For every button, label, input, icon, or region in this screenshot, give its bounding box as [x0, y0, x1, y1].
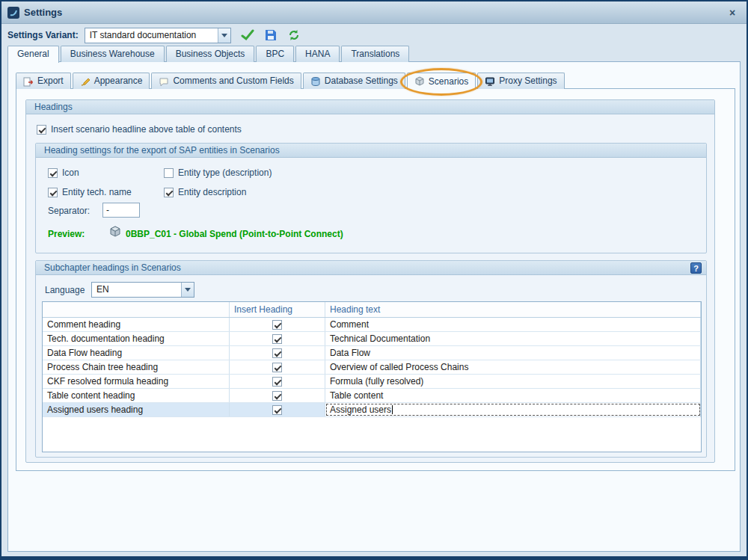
tab-hana[interactable]: HANA: [295, 46, 340, 62]
language-dropdown[interactable]: EN: [91, 282, 194, 298]
preview-text: 0BBP_C01 - Global Spend (Point-to-Point …: [126, 229, 343, 239]
preview-label: Preview:: [48, 229, 85, 239]
row-insert-checkbox[interactable]: [272, 348, 282, 358]
variant-dropdown[interactable]: IT standard documentation: [85, 28, 231, 43]
tab-export-label: Export: [37, 73, 64, 89]
settings-dialog: Settings × Settings Variant: IT standard…: [0, 0, 748, 560]
row-text-cell[interactable]: Table content: [325, 389, 701, 402]
monitor-icon: [485, 76, 495, 87]
entity-tech-name-label: Entity tech. name: [62, 187, 132, 197]
sub-tab-strip: Export Appearance Comments and Custom Fi…: [16, 73, 566, 90]
row-text-cell[interactable]: Technical Documentation: [325, 332, 701, 345]
entity-description-label: Entity description: [178, 187, 246, 197]
row-insert-checkbox[interactable]: [272, 377, 282, 387]
row-insert-checkbox[interactable]: [272, 405, 282, 415]
tab-comments-label: Comments and Custom Fields: [173, 73, 293, 89]
row-text-cell[interactable]: Assigned users: [325, 403, 701, 416]
tab-proxy-label: Proxy Settings: [499, 73, 557, 89]
row-name-cell[interactable]: Data Flow heading: [43, 346, 230, 360]
table-body: Comment heading Comment Tech. documentat…: [43, 318, 701, 452]
tab-business-objects[interactable]: Business Objects: [166, 46, 255, 62]
entity-type-checkbox[interactable]: [164, 168, 174, 178]
table-row[interactable]: Process Chain tree heading Overview of c…: [43, 360, 701, 375]
table-row[interactable]: Comment heading Comment: [43, 318, 701, 332]
heading-settings-title: Heading settings for the export of SAP e…: [36, 144, 706, 158]
entity-tech-name-checkbox[interactable]: [48, 188, 58, 197]
tab-appearance-label: Appearance: [94, 73, 143, 89]
header-blank: [43, 302, 230, 317]
database-icon: [310, 76, 321, 87]
tab-general[interactable]: General: [7, 46, 59, 63]
insert-headline-option[interactable]: Insert scenario headline above table of …: [37, 124, 242, 135]
tab-export[interactable]: Export: [16, 73, 71, 89]
close-icon[interactable]: ×: [726, 6, 739, 19]
row-insert-cell[interactable]: [230, 360, 325, 374]
row-name-cell[interactable]: Comment heading: [43, 318, 230, 331]
tab-proxy-settings[interactable]: Proxy Settings: [477, 73, 564, 89]
entity-description-option[interactable]: Entity description: [164, 187, 246, 197]
separator-label: Separator:: [48, 206, 90, 216]
main-tab-strip: General Business Warehouse Business Obje…: [7, 46, 411, 63]
headings-group: Headings Insert scenario headline above …: [25, 99, 715, 463]
row-name-cell[interactable]: Assigned users heading: [43, 403, 230, 416]
row-insert-cell[interactable]: [230, 375, 325, 388]
row-name-cell[interactable]: Table content heading: [43, 389, 230, 402]
row-name-cell[interactable]: CKF resolved formula heading: [43, 375, 230, 388]
language-label: Language: [45, 285, 85, 295]
language-value: EN: [92, 283, 181, 297]
row-insert-cell[interactable]: [230, 389, 325, 402]
app-logo-icon: [7, 7, 19, 19]
tab-scenarios[interactable]: Scenarios: [407, 73, 476, 90]
confirm-button[interactable]: [241, 28, 254, 42]
row-insert-cell[interactable]: [230, 403, 325, 416]
refresh-button[interactable]: [287, 28, 301, 42]
table-row[interactable]: Table content heading Table content: [43, 389, 701, 403]
row-insert-checkbox[interactable]: [272, 320, 282, 330]
entity-tech-name-option[interactable]: Entity tech. name: [48, 187, 132, 197]
row-name-cell[interactable]: Tech. documentation heading: [43, 332, 230, 345]
general-tab-page: Export Appearance Comments and Custom Fi…: [7, 61, 741, 552]
scenarios-icon: [414, 76, 425, 87]
row-text-cell[interactable]: Overview of called Process Chains: [325, 360, 701, 374]
heading-settings-group: Heading settings for the export of SAP e…: [35, 143, 707, 253]
tab-appearance[interactable]: Appearance: [73, 73, 150, 89]
separator-input[interactable]: [102, 203, 140, 218]
table-row[interactable]: Tech. documentation heading Technical Do…: [43, 332, 701, 346]
paintbrush-icon: [80, 76, 91, 87]
comment-bubble-icon: [159, 76, 169, 87]
table-row[interactable]: CKF resolved formula heading Formula (fu…: [43, 375, 701, 389]
row-name-cell[interactable]: Process Chain tree heading: [43, 360, 230, 374]
icon-checkbox[interactable]: [48, 168, 58, 178]
tab-scenarios-label: Scenarios: [429, 74, 468, 90]
row-insert-checkbox[interactable]: [272, 363, 282, 372]
help-button[interactable]: ?: [690, 262, 702, 274]
row-text-cell[interactable]: Comment: [325, 318, 701, 331]
insert-headline-label: Insert scenario headline above table of …: [51, 124, 242, 135]
row-insert-cell[interactable]: [230, 332, 325, 345]
tab-translations[interactable]: Translations: [341, 46, 409, 62]
row-insert-checkbox[interactable]: [272, 391, 282, 401]
icon-option[interactable]: Icon: [48, 167, 79, 178]
insert-headline-checkbox[interactable]: [37, 125, 46, 135]
tab-comments-custom-fields[interactable]: Comments and Custom Fields: [151, 73, 301, 89]
variant-label: Settings Variant:: [7, 30, 79, 40]
icon-label: Icon: [62, 167, 79, 178]
row-text-cell[interactable]: Data Flow: [325, 346, 701, 360]
entity-description-checkbox[interactable]: [164, 188, 174, 197]
table-row[interactable]: Assigned users heading Assigned users: [43, 403, 701, 417]
entity-type-option[interactable]: Entity type (description): [164, 167, 272, 178]
row-text-cell[interactable]: Formula (fully resolved): [325, 375, 701, 388]
tab-business-warehouse[interactable]: Business Warehouse: [61, 46, 165, 62]
row-insert-cell[interactable]: [230, 318, 325, 331]
row-insert-checkbox[interactable]: [272, 334, 282, 344]
variant-dropdown-button[interactable]: [218, 28, 230, 43]
tab-bpc[interactable]: BPC: [256, 46, 294, 62]
tab-database-settings[interactable]: Database Settings: [303, 73, 405, 89]
headings-table: Insert Heading Heading text Comment head…: [42, 301, 702, 452]
language-dropdown-button[interactable]: [181, 283, 194, 297]
save-button[interactable]: [264, 28, 278, 42]
table-row[interactable]: Data Flow heading Data Flow: [43, 346, 701, 360]
tab-database-label: Database Settings: [325, 73, 398, 89]
row-insert-cell[interactable]: [230, 346, 325, 360]
header-heading-text: Heading text: [325, 302, 701, 317]
